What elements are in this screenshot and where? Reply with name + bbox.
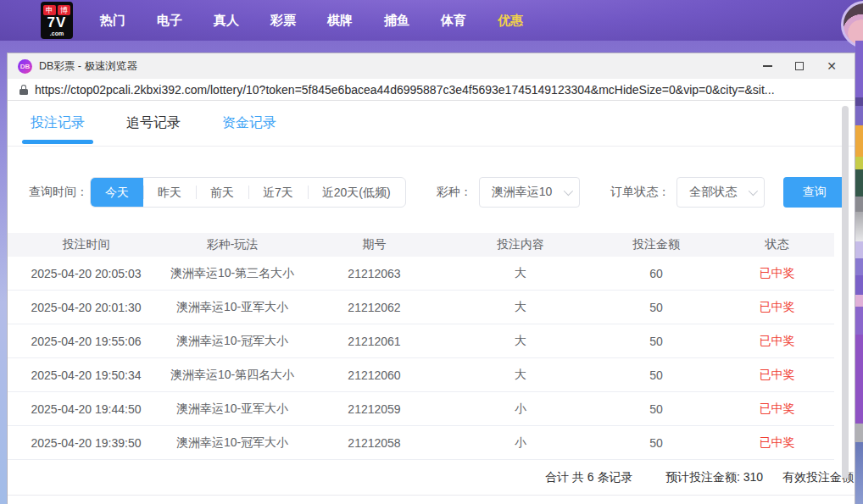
- cell-issue: 21212062: [300, 301, 448, 314]
- col-header-issue: 期号: [300, 237, 448, 252]
- cell-issue: 21212063: [300, 267, 448, 280]
- chevron-down-icon: [564, 186, 573, 196]
- summary-bar: 合计 共 6 条记录 预计投注金额: 310 有效投注金额: [8, 460, 855, 496]
- time-option-day-before[interactable]: 前天: [196, 177, 248, 208]
- nav-item-promos[interactable]: 优惠: [498, 13, 523, 29]
- cell-issue: 21212061: [300, 335, 448, 348]
- active-tab-underline: [22, 140, 93, 144]
- table-row: 2025-04-20 20:01:30 澳洲幸运10-亚军大小 21212062…: [8, 291, 834, 324]
- browser-title-bar: DB DB彩票 - 极速浏览器 ✕: [8, 53, 855, 79]
- order-status-select[interactable]: 全部状态: [676, 177, 765, 208]
- cell-time: 2025-04-20 19:39:50: [8, 436, 164, 450]
- cell-amount: 50: [593, 368, 720, 382]
- window-title: DB彩票 - 极速浏览器: [39, 59, 137, 74]
- nav-item-fishing[interactable]: 捕鱼: [384, 13, 409, 29]
- nav-item-live[interactable]: 真人: [214, 13, 239, 29]
- cell-game: 澳洲幸运10-亚军大小: [164, 402, 300, 417]
- cell-status: 已中奖: [720, 402, 834, 417]
- minimize-icon: [763, 65, 772, 67]
- cell-time: 2025-04-20 20:01:30: [8, 301, 164, 314]
- close-icon: ✕: [827, 60, 837, 72]
- cell-time: 2025-04-20 20:05:03: [8, 267, 164, 280]
- cell-time: 2025-04-20 19:50:34: [8, 368, 164, 382]
- cell-time: 2025-04-20 19:44:50: [8, 402, 164, 416]
- nav-item-lottery[interactable]: 彩票: [270, 13, 296, 29]
- minimize-button[interactable]: [751, 53, 783, 79]
- time-range-group: 今天 昨天 前天 近7天 近20天(低频): [90, 177, 406, 208]
- tab-chase-records[interactable]: 追号记录: [125, 102, 182, 144]
- close-button[interactable]: ✕: [816, 53, 848, 79]
- record-tabs: 投注记录 追号记录 资金记录: [8, 101, 855, 147]
- table-row: 2025-04-20 19:50:34 澳洲幸运10-第四名大小 2121206…: [8, 358, 834, 392]
- col-header-content: 投注内容: [448, 237, 593, 252]
- cell-amount: 50: [593, 335, 720, 348]
- time-option-20days[interactable]: 近20天(低频): [308, 177, 405, 208]
- summary-expected-amount: 预计投注金额: 310: [665, 470, 763, 485]
- cell-time: 2025-04-20 19:55:06: [8, 335, 164, 348]
- nav-item-slots[interactable]: 电子: [157, 13, 182, 29]
- window-controls: ✕: [751, 53, 848, 79]
- browser-window: DB DB彩票 - 极速浏览器 ✕ https://ctop02pcali.2k…: [7, 53, 855, 504]
- cell-content: 大: [448, 334, 593, 349]
- table-row: 2025-04-20 19:44:50 澳洲幸运10-亚军大小 21212059…: [8, 392, 834, 426]
- col-header-time: 投注时间: [8, 237, 164, 252]
- query-time-label: 查询时间：: [29, 185, 88, 200]
- cell-amount: 50: [593, 301, 720, 314]
- summary-total-count: 合计 共 6 条记录: [545, 470, 632, 485]
- cell-content: 大: [448, 368, 593, 383]
- lottery-type-value: 澳洲幸运10: [492, 185, 553, 200]
- cell-game: 澳洲幸运10-冠军大小: [164, 435, 300, 451]
- cell-content: 小: [448, 402, 593, 417]
- lottery-type-label: 彩种：: [437, 185, 472, 200]
- url-text[interactable]: https://ctop02pcali.2kbxi392.com/lottery…: [35, 83, 775, 97]
- maximize-button[interactable]: [783, 53, 816, 79]
- table-row: 2025-04-20 20:05:03 澳洲幸运10-第三名大小 2121206…: [8, 257, 834, 291]
- cell-status: 已中奖: [720, 368, 834, 383]
- nav-item-sports[interactable]: 体育: [441, 13, 466, 29]
- nav-item-cards[interactable]: 棋牌: [327, 13, 353, 29]
- db-app-icon: DB: [18, 59, 32, 74]
- cell-issue: 21212060: [300, 368, 448, 382]
- col-header-amount: 投注金额: [593, 237, 720, 252]
- site-nav: 申 博 7V .com 热门 电子 真人 彩票 棋牌 捕鱼 体育 优惠: [0, 0, 863, 41]
- maximize-icon: [795, 62, 804, 70]
- search-button[interactable]: 查询: [783, 177, 845, 208]
- cell-content: 大: [448, 266, 593, 281]
- order-status-value: 全部状态: [689, 185, 737, 200]
- lottery-records-page: 投注记录 追号记录 资金记录 查询时间： 今天 昨天 前天 近7天 近20天(低…: [8, 101, 855, 504]
- tab-fund-records[interactable]: 资金记录: [220, 102, 278, 144]
- cell-amount: 50: [593, 436, 720, 450]
- cell-status: 已中奖: [720, 334, 834, 349]
- cell-amount: 60: [593, 267, 720, 280]
- url-bar[interactable]: https://ctop02pcali.2kbxi392.com/lottery…: [8, 79, 855, 101]
- cell-status: 已中奖: [720, 435, 834, 451]
- time-option-yesterday[interactable]: 昨天: [143, 177, 196, 208]
- cell-content: 大: [448, 300, 593, 315]
- time-option-today[interactable]: 今天: [91, 177, 143, 208]
- col-header-game: 彩种-玩法: [164, 237, 300, 252]
- col-header-status: 状态: [720, 237, 834, 252]
- tab-bet-records[interactable]: 投注记录: [29, 102, 86, 144]
- cell-status: 已中奖: [720, 300, 834, 315]
- order-status-label: 订单状态：: [610, 185, 670, 200]
- nav-items: 热门 电子 真人 彩票 棋牌 捕鱼 体育 优惠: [100, 13, 523, 29]
- cell-game: 澳洲幸运10-第三名大小: [164, 266, 300, 281]
- cell-game: 澳洲幸运10-亚军大小: [164, 300, 300, 315]
- lottery-type-select[interactable]: 澳洲幸运10: [479, 177, 581, 208]
- logo-main-text: 7V: [47, 15, 67, 30]
- cell-content: 小: [448, 435, 593, 451]
- cell-issue: 21212058: [300, 436, 448, 450]
- site-logo[interactable]: 申 博 7V .com: [41, 2, 73, 39]
- logo-badge-right: 博: [58, 5, 70, 15]
- cell-game: 澳洲幸运10-第四名大小: [164, 368, 300, 383]
- nav-item-hot[interactable]: 热门: [100, 13, 125, 29]
- logo-suffix-text: .com: [50, 30, 64, 36]
- vertical-scrollbar[interactable]: [842, 106, 849, 479]
- bet-records-table: 投注时间 彩种-玩法 期号 投注内容 投注金额 状态 2025-04-20 20…: [8, 233, 834, 460]
- background-page-strip: [855, 41, 863, 504]
- cell-amount: 50: [593, 402, 720, 416]
- cell-game: 澳洲幸运10-冠军大小: [164, 334, 300, 349]
- time-option-7days[interactable]: 近7天: [248, 177, 308, 208]
- logo-badges: 申 博: [43, 5, 70, 15]
- logo-badge-left: 申: [43, 5, 56, 15]
